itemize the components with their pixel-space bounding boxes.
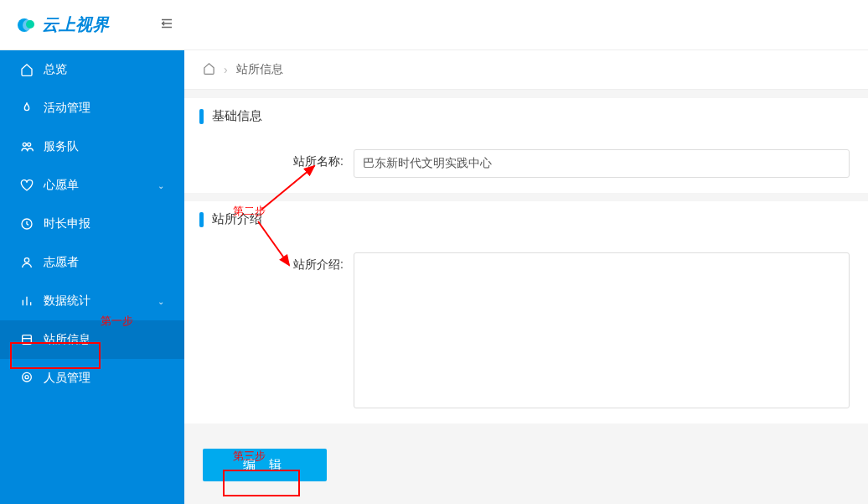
intro-panel: 站所介绍 站所介绍: [184,201,868,423]
svg-point-16 [23,372,32,382]
breadcrumb-current: 站所信息 [236,62,283,77]
svg-point-9 [24,258,28,262]
sidebar-item-service-team[interactable]: 服务队 [0,127,184,166]
home-icon [20,63,34,76]
sidebar-item-label: 人员管理 [44,371,90,386]
team-icon [20,140,34,153]
brand-icon [17,15,37,35]
form-row-intro: 站所介绍: [184,237,868,423]
annotation-step1-text: 第一步 [101,314,133,329]
breadcrumb-separator: › [224,63,228,76]
sidebar-item-hours[interactable]: 时长申报 [0,205,184,243]
clock-icon [20,217,34,231]
chevron-down-icon: ⌄ [158,297,164,306]
section-title-text: 基础信息 [212,108,262,124]
sidebar-item-label: 时长申报 [44,216,90,231]
fire-icon [20,101,34,115]
sidebar-item-label: 志愿者 [44,255,79,270]
site-intro-label: 站所介绍: [203,252,354,273]
svg-point-15 [25,376,28,379]
svg-point-2 [26,20,34,29]
people-icon [20,372,34,385]
annotation-step3-text: 第三步 [233,449,266,464]
section-title-intro: 站所介绍 [184,201,868,237]
sidebar-item-site-info[interactable]: 站所信息 [0,320,184,359]
breadcrumb-home-icon[interactable] [203,62,215,77]
site-name-input[interactable] [354,149,850,178]
heart-icon [20,179,34,192]
brand-name: 云上视界 [42,13,109,36]
sidebar-item-activity[interactable]: 活动管理 [0,89,184,127]
sidebar-item-label: 心愿单 [44,178,79,193]
breadcrumb: › 站所信息 [184,50,868,90]
site-intro-textarea[interactable] [354,252,850,408]
sidebar-item-label: 数据统计 [44,294,90,309]
section-title-basic: 基础信息 [184,98,868,134]
sidebar-collapse-button[interactable] [159,16,174,34]
header: 云上视界 [0,0,868,50]
sidebar-item-overview[interactable]: 总览 [0,50,184,89]
sidebar-item-label: 站所信息 [44,332,90,347]
user-icon [20,256,34,269]
svg-point-6 [23,143,26,146]
sidebar-item-label: 服务队 [44,139,79,154]
sidebar-item-label: 总览 [44,62,67,77]
svg-rect-13 [23,335,32,345]
main-content: › 站所信息 基础信息 站所名称: 站所介绍 站所介绍: 编 辑 [184,50,868,504]
basic-info-panel: 基础信息 站所名称: [184,98,868,193]
sidebar-item-statistics[interactable]: 数据统计 ⌄ [0,282,184,320]
site-name-label: 站所名称: [203,149,354,169]
site-icon [20,333,34,346]
sidebar-item-wishlist[interactable]: 心愿单 ⌄ [0,166,184,205]
sidebar-item-personnel[interactable]: 人员管理 [0,359,184,397]
annotation-step2-text: 第二步 [233,204,266,219]
sidebar-item-label: 活动管理 [44,101,90,116]
chevron-down-icon: ⌄ [158,181,164,190]
sidebar: 总览 活动管理 服务队 心愿单 ⌄ 时长申报 志愿者 数据统计 ⌄ [0,50,184,504]
sidebar-item-volunteer[interactable]: 志愿者 [0,243,184,282]
chart-icon [20,294,34,308]
form-row-name: 站所名称: [184,134,868,193]
brand-logo: 云上视界 [17,13,109,36]
action-bar: 编 辑 [184,423,868,498]
svg-point-7 [28,143,31,146]
